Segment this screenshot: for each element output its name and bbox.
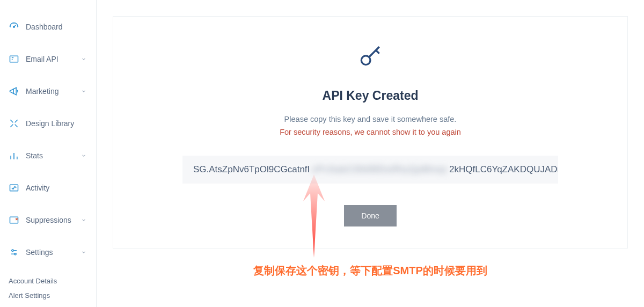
sidebar-item-email-api[interactable]: Email API [0,48,96,70]
megaphone-icon [9,86,19,97]
api-key-blurred: xPvSabC0lk89DstRtyQpMnop [312,164,447,174]
api-key-suffix: 2kHQfLC6YqZAKDQUJADrs [449,164,558,174]
nav-label: Design Library [26,119,74,128]
chevron-down-icon [81,55,86,63]
email-api-icon [9,54,19,64]
dashboard-icon [9,21,19,32]
design-icon [9,118,19,129]
svg-rect-3 [10,217,18,223]
suppressions-icon [9,215,19,225]
chevron-down-icon [81,87,86,96]
api-key-created-card: API Key Created Please copy this key and… [113,16,628,248]
nav-label: Stats [26,151,43,160]
sidebar-item-suppressions[interactable]: Suppressions [0,209,96,231]
api-key-prefix: SG.AtsZpNv6TpOl9CGcatnfI [193,164,310,174]
card-warning: For security reasons, we cannot show it … [135,128,606,136]
chevron-down-icon [81,216,86,224]
settings-subitems: Account Details Alert Settings API Keys [0,274,96,307]
nav-label: Marketing [26,87,58,96]
svg-point-4 [12,250,13,251]
chevron-down-icon [81,151,86,160]
settings-icon [9,247,19,258]
activity-icon [9,182,19,193]
nav-label: Activity [26,184,49,192]
card-subtitle: Please copy this key and save it somewhe… [135,115,606,123]
sidebar-item-settings[interactable]: Settings [0,242,96,263]
nav-label: Dashboard [26,23,63,31]
sub-item-account-details[interactable]: Account Details [9,274,87,288]
main-content: API Key Created Please copy this key and… [97,0,644,294]
sidebar-item-marketing[interactable]: Marketing [0,81,96,102]
sub-item-api-keys[interactable]: API Keys [9,303,87,307]
done-button[interactable]: Done [344,205,396,226]
sidebar-item-design-library[interactable]: Design Library [0,113,96,134]
svg-point-5 [14,253,16,255]
sidebar-item-dashboard[interactable]: Dashboard [0,16,96,38]
nav-label: Suppressions [26,216,71,224]
key-icon [357,43,384,72]
sidebar: Dashboard Email API Marketing Design Lib… [0,0,97,307]
svg-point-6 [361,56,370,65]
card-title: API Key Created [135,89,606,103]
stats-icon [9,150,19,161]
sidebar-item-stats[interactable]: Stats [0,145,96,166]
nav-label: Email API [26,55,58,63]
sidebar-item-activity[interactable]: Activity [0,177,96,199]
api-key-value[interactable]: SG.AtsZpNv6TpOl9CGcatnfIxPvSabC0lk89DstR… [182,156,558,184]
svg-rect-1 [10,56,18,62]
nav-label: Settings [26,248,53,257]
chevron-down-icon [81,248,86,257]
sub-item-alert-settings[interactable]: Alert Settings [9,288,87,303]
annotation-text: 复制保存这个密钥，等下配置SMTP的时候要用到 [107,264,633,278]
